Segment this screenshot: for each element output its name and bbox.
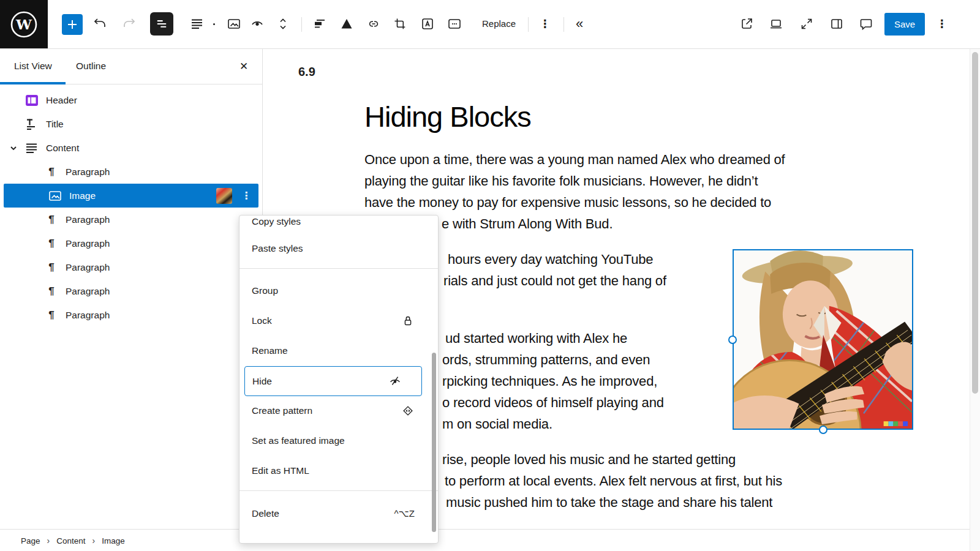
paragraph-line[interactable]: ords, strumming patterns, and even	[442, 352, 650, 368]
listview-row-header[interactable]: Header	[0, 88, 262, 112]
caption-icon[interactable]	[447, 17, 462, 31]
menu-item-lock[interactable]: Lock	[239, 306, 439, 335]
paragraph-icon: ¶	[44, 260, 59, 275]
parent-block-content-icon[interactable]	[190, 17, 205, 31]
active-tab-underline	[0, 82, 66, 84]
paragraph-line[interactable]: Once upon a time, there was a young man …	[364, 152, 785, 168]
row-label: Image	[69, 190, 96, 201]
row-options-icon[interactable]: ⋮	[239, 190, 254, 201]
paragraph-line[interactable]: m on social media.	[442, 416, 552, 432]
menu-item-delete[interactable]: Delete ^⌥Z	[239, 499, 439, 528]
resize-handle-left[interactable]	[728, 335, 737, 344]
menu-item-hide[interactable]: Hide	[244, 366, 422, 396]
paragraph-icon: ¶	[44, 236, 59, 251]
paragraph-line[interactable]: rise, people loved his music and he star…	[442, 452, 736, 468]
content-image[interactable]	[733, 249, 913, 430]
listview-row-paragraph[interactable]: ¶ Paragraph	[0, 255, 262, 279]
breadcrumb-image[interactable]: Image	[102, 536, 125, 545]
listview-row-content[interactable]: Content	[0, 136, 262, 160]
row-label: Header	[46, 95, 77, 106]
window-scrollbar-thumb[interactable]	[972, 52, 978, 394]
row-label: Paragraph	[66, 238, 110, 249]
duotone-filter-icon[interactable]	[339, 17, 354, 31]
menu-item-copy-styles[interactable]: Copy styles	[239, 215, 439, 236]
menu-item-paste-styles[interactable]: Paste styles	[239, 234, 439, 263]
listview-row-paragraph[interactable]: ¶ Paragraph	[0, 279, 262, 303]
block-mover-icon[interactable]	[276, 17, 290, 31]
menu-item-create-pattern[interactable]: Create pattern	[239, 396, 439, 425]
paragraph-line[interactable]: to perform at local events. Alex felt ne…	[445, 473, 782, 489]
block-options-icon[interactable]: ⋮	[538, 17, 552, 31]
text-overlay-icon[interactable]	[420, 17, 435, 31]
menu-item-edit-as-html[interactable]: Edit as HTML	[239, 456, 439, 485]
redo-icon[interactable]	[122, 17, 137, 31]
paragraph-line[interactable]: have the money to pay for expensive musi…	[364, 195, 771, 211]
chevron-down-icon[interactable]	[7, 142, 20, 154]
menu-item-label: Hide	[252, 376, 272, 387]
document-overview-button[interactable]	[150, 12, 173, 36]
menu-scrollbar[interactable]	[432, 353, 436, 532]
collapse-toolbar-icon[interactable]: «	[572, 17, 587, 31]
menu-item-label: Rename	[252, 345, 288, 356]
menu-item-label: Set as featured image	[252, 435, 345, 446]
svg-text:W: W	[15, 16, 32, 32]
block-tree: Header Title Content ¶ Paragraph	[0, 88, 262, 327]
row-label: Paragraph	[66, 214, 110, 225]
settings-sidebar-icon[interactable]	[829, 17, 844, 31]
menu-divider	[239, 268, 439, 269]
paragraph-line[interactable]: rpicking techniques. As he improved,	[442, 373, 657, 389]
paragraph-line[interactable]: e with Strum Along With Bud.	[442, 216, 612, 232]
undo-icon[interactable]	[92, 17, 107, 31]
paragraph-line[interactable]: o record videos of himself playing and	[442, 395, 664, 411]
listview-row-paragraph[interactable]: ¶ Paragraph	[0, 160, 262, 184]
listview-row-title[interactable]: Title	[0, 112, 262, 136]
menu-item-rename[interactable]: Rename	[239, 336, 439, 365]
menu-item-label: Paste styles	[252, 243, 303, 254]
block-inserter-button[interactable]	[62, 14, 83, 35]
lock-icon	[401, 314, 415, 328]
image-block-toolbar-icon[interactable]	[227, 17, 241, 31]
tab-outline[interactable]: Outline	[76, 61, 106, 72]
view-site-external-icon[interactable]	[739, 17, 754, 31]
listview-row-paragraph[interactable]: ¶ Paragraph	[0, 231, 262, 255]
menu-item-label: Copy styles	[252, 216, 301, 227]
window-scrollbar[interactable]	[970, 48, 980, 551]
crop-icon[interactable]	[393, 17, 407, 31]
image-block-icon	[48, 189, 62, 203]
paragraph-line[interactable]: hours every day watching YouTube	[448, 252, 653, 268]
fullscreen-expand-icon[interactable]	[799, 17, 814, 31]
paragraph-line[interactable]: ud started working with Alex he	[445, 331, 627, 347]
paragraph-line[interactable]: music pushed him to take the stage and s…	[446, 495, 772, 511]
visibility-eye-icon[interactable]	[250, 17, 265, 31]
list-view-panel: List View Outline ✕ Header Title	[0, 48, 263, 529]
editor-options-icon[interactable]: ⋮	[935, 17, 949, 31]
breadcrumb-page[interactable]: Page	[21, 536, 40, 545]
listview-row-paragraph[interactable]: ¶ Paragraph	[0, 208, 262, 231]
menu-item-label: Group	[252, 285, 278, 296]
preview-device-icon[interactable]	[769, 17, 783, 31]
tab-list-view[interactable]: List View	[14, 61, 52, 72]
eye-off-icon	[388, 375, 402, 388]
menu-item-group[interactable]: Group	[239, 276, 439, 305]
menu-item-set-featured-image[interactable]: Set as featured image	[239, 426, 439, 455]
wordpress-logo[interactable]: W	[0, 0, 48, 48]
breadcrumb-content[interactable]: Content	[56, 536, 85, 545]
link-icon[interactable]	[366, 17, 381, 31]
listview-row-image-selected[interactable]: Image ⋮	[4, 184, 258, 208]
resize-handle-bottom[interactable]	[819, 425, 827, 434]
paragraph-icon: ¶	[44, 165, 59, 179]
dot-separator	[213, 23, 215, 25]
align-icon[interactable]	[312, 17, 327, 31]
comments-icon[interactable]	[859, 17, 873, 31]
paragraph-line[interactable]: playing the guitar like his favorite fol…	[364, 173, 758, 189]
close-icon[interactable]: ✕	[236, 58, 252, 74]
save-button[interactable]: Save	[884, 13, 925, 36]
listview-row-paragraph[interactable]: ¶ Paragraph	[0, 303, 262, 327]
menu-item-label: Create pattern	[252, 405, 312, 416]
title-block-icon	[24, 117, 39, 132]
paragraph-line[interactable]: rials and just could not get the hang of	[443, 273, 666, 289]
replace-button[interactable]: Replace	[482, 17, 516, 31]
guitar-photo	[734, 250, 912, 429]
pattern-icon	[401, 404, 415, 418]
page-title[interactable]: Hiding Blocks	[364, 100, 531, 133]
